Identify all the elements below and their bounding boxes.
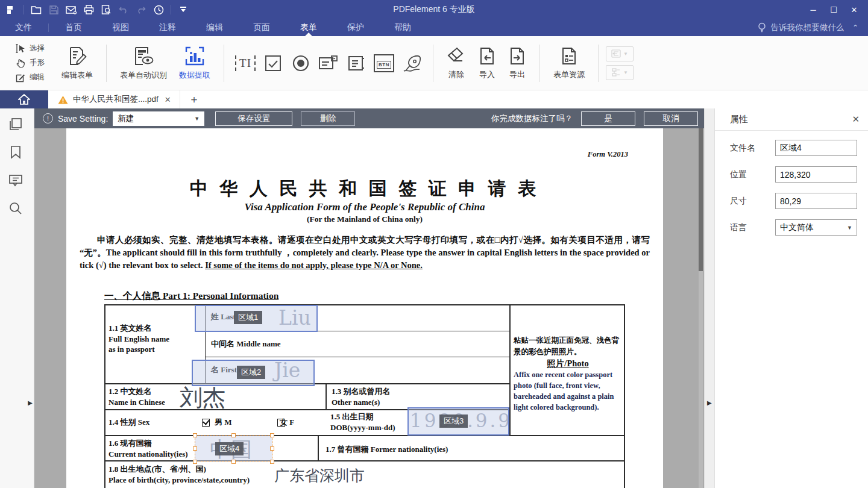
export-icon	[508, 46, 526, 66]
print-icon[interactable]	[83, 4, 94, 15]
region-4-handle[interactable]	[270, 460, 274, 464]
menu-form[interactable]: 表单	[298, 19, 319, 36]
field-1-8-value: 广东省深圳市	[274, 466, 365, 486]
import-icon	[478, 46, 496, 66]
tell-me-hint[interactable]: 告诉我你想要做什么	[758, 22, 844, 33]
left-panel-expander[interactable]: ▶	[28, 399, 33, 406]
select-cursor-icon	[16, 44, 25, 54]
ribbon-toolbar: 选择 手形 编辑 编辑表单 表单自动识别 数据提取 TI	[0, 36, 868, 90]
tab-close-icon[interactable]: ✕	[163, 95, 172, 104]
ribbon-separator	[433, 45, 433, 82]
close-button[interactable]: ✕	[845, 2, 863, 17]
cancel-button[interactable]: 取消	[644, 111, 698, 126]
properties-close-icon[interactable]: ✕	[852, 114, 860, 125]
menu-view[interactable]: 视图	[110, 19, 131, 36]
select-tool[interactable]: 选择	[16, 43, 45, 54]
menu-file[interactable]: 文件	[13, 19, 34, 36]
form-recognition-button[interactable]: 表单自动识别	[114, 43, 173, 83]
photo-instructions-cn: 粘贴一张近期正面免冠、浅色背景的彩色护照照片。	[514, 335, 622, 358]
bookmarks-panel-icon[interactable]	[8, 145, 24, 160]
region-4-handle[interactable]	[231, 433, 236, 437]
button-field-tool[interactable]: BTN	[370, 45, 398, 81]
data-extraction-button[interactable]: 数据提取	[173, 43, 216, 83]
combo-box-tool[interactable]	[315, 45, 342, 81]
digital-signature-tool[interactable]	[398, 45, 426, 81]
text-field-tool[interactable]: TI	[231, 45, 259, 81]
region-4-handle[interactable]	[193, 446, 197, 451]
hand-icon	[16, 58, 25, 68]
edit-tool-label: 编辑	[30, 72, 45, 83]
preview-icon[interactable]	[101, 4, 112, 15]
save-setting-label: Save Setting:	[58, 114, 108, 124]
collapse-ribbon-icon[interactable]: ⌃	[852, 23, 858, 32]
menu-page[interactable]: 页面	[251, 19, 272, 36]
import-button[interactable]: 导入	[472, 44, 502, 83]
vertical-scrollbar[interactable]	[699, 128, 703, 488]
menu-home[interactable]: 首页	[63, 19, 84, 36]
tell-me-label: 告诉我你想要做什么	[770, 22, 844, 33]
region-4-handle[interactable]	[193, 433, 197, 437]
document-tab[interactable]: 中华人民共和国签....pdf ✕	[48, 90, 180, 108]
edit-pencil-icon	[16, 73, 25, 83]
history-icon[interactable]	[153, 4, 164, 15]
data-extraction-label: 数据提取	[179, 70, 210, 81]
right-panel-expander[interactable]: ▶	[707, 399, 712, 406]
open-file-icon[interactable]	[31, 4, 42, 15]
clear-label: 清除	[448, 69, 464, 80]
delete-button[interactable]: 删除	[301, 111, 355, 126]
menu-protect[interactable]: 保护	[345, 19, 366, 36]
region-4-handle[interactable]	[193, 460, 197, 464]
menu-edit[interactable]: 编辑	[204, 19, 225, 36]
search-panel-icon[interactable]	[8, 201, 24, 216]
edit-form-button[interactable]: 编辑表单	[55, 43, 99, 83]
region-4-handle[interactable]	[270, 433, 274, 437]
hand-tool[interactable]: 手形	[16, 57, 45, 69]
field-1-2-label: 1.2 中文姓名 Name in Chinese	[108, 386, 165, 407]
home-tab-button[interactable]	[0, 90, 48, 108]
save-settings-button[interactable]: 保存设置	[215, 111, 292, 126]
region-4-handle[interactable]	[270, 446, 274, 451]
lightbulb-icon	[758, 22, 766, 33]
radio-button-tool[interactable]	[287, 45, 315, 81]
part1-heading: 一、个人信息 Part 1: Personal Information	[104, 290, 278, 302]
menu-help[interactable]: 帮助	[392, 19, 414, 36]
titlebar-separator	[171, 5, 171, 14]
size-input[interactable]: 80,29	[775, 193, 857, 209]
form-title-cn: 中 华 人 民 共 和 国 签 证 申 请 表	[66, 177, 663, 201]
preset-dropdown[interactable]: 新建 ▼	[113, 111, 204, 126]
titlebar-separator	[24, 5, 24, 14]
email-icon[interactable]	[66, 4, 77, 15]
comments-panel-icon[interactable]	[8, 173, 24, 189]
scrollbar-thumb[interactable]	[699, 128, 703, 271]
clear-button[interactable]: 清除	[441, 44, 472, 83]
menu-bar: 文件 首页 视图 注释 编辑 页面 表单 保护 帮助 告诉我你想要做什么 ⌃	[0, 19, 868, 36]
tab-bar: 中华人民共和国签....pdf ✕ ＋	[0, 90, 868, 108]
left-sidebar: ▶	[0, 108, 34, 488]
new-tab-button[interactable]: ＋	[180, 90, 208, 108]
language-select[interactable]: 中文简体 ▼	[775, 219, 857, 236]
region-4-handle[interactable]	[231, 460, 236, 464]
quick-access-menu-icon[interactable]	[178, 4, 189, 15]
region-4-label: 区域4	[215, 442, 244, 455]
home-icon	[18, 94, 30, 105]
form-resources-button[interactable]: 表单资源	[547, 44, 591, 83]
export-button[interactable]: 导出	[502, 44, 532, 83]
ribbon-separator	[224, 45, 224, 82]
distribute-icon	[611, 68, 621, 77]
maximize-button[interactable]: ☐	[825, 2, 843, 17]
table-line	[104, 460, 625, 461]
edit-tool[interactable]: 编辑	[16, 72, 45, 83]
menu-comment[interactable]: 注释	[157, 19, 178, 36]
table-line	[318, 435, 319, 460]
minimize-button[interactable]: ─	[804, 2, 822, 17]
select-tool-label: 选择	[30, 43, 45, 54]
active-menu-indicator	[305, 33, 312, 36]
filename-input[interactable]: 区域4	[775, 140, 857, 156]
checkbox-tool[interactable]	[259, 45, 287, 81]
position-input[interactable]: 128,320	[775, 166, 857, 183]
thumbnails-panel-icon[interactable]	[8, 117, 24, 133]
export-label: 导出	[509, 69, 525, 80]
app-logo-icon	[6, 4, 17, 15]
yes-button[interactable]: 是	[581, 111, 635, 126]
list-box-tool[interactable]	[342, 45, 370, 81]
